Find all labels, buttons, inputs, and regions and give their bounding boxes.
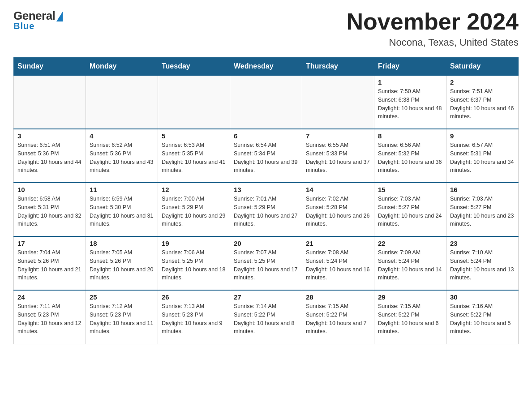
weekday-header-wednesday: Wednesday xyxy=(230,58,302,76)
title-area: November 2024 Nocona, Texas, United Stat… xyxy=(347,9,519,48)
calendar-cell xyxy=(302,75,374,129)
day-number: 27 xyxy=(234,293,298,301)
day-number: 9 xyxy=(450,132,515,140)
calendar-cell xyxy=(14,75,86,129)
day-info: Sunrise: 6:53 AMSunset: 5:35 PMDaylight:… xyxy=(162,141,226,175)
calendar-cell xyxy=(230,75,302,129)
calendar: SundayMondayTuesdayWednesdayThursdayFrid… xyxy=(13,57,519,344)
day-number: 12 xyxy=(162,186,226,193)
day-info: Sunrise: 7:11 AMSunset: 5:23 PMDaylight:… xyxy=(17,302,82,336)
day-number: 25 xyxy=(90,293,154,301)
day-info: Sunrise: 7:05 AMSunset: 5:26 PMDaylight:… xyxy=(90,248,154,282)
calendar-cell: 15Sunrise: 7:03 AMSunset: 5:27 PMDayligh… xyxy=(374,183,446,236)
calendar-cell: 16Sunrise: 7:03 AMSunset: 5:27 PMDayligh… xyxy=(446,183,519,236)
day-info: Sunrise: 6:56 AMSunset: 5:32 PMDaylight:… xyxy=(378,141,442,175)
day-info: Sunrise: 7:10 AMSunset: 5:24 PMDaylight:… xyxy=(450,248,515,282)
calendar-cell: 1Sunrise: 7:50 AMSunset: 6:38 PMDaylight… xyxy=(374,75,446,129)
day-number: 19 xyxy=(162,240,226,247)
day-number: 17 xyxy=(17,240,82,247)
calendar-cell: 10Sunrise: 6:58 AMSunset: 5:31 PMDayligh… xyxy=(14,183,86,236)
calendar-week-row: 17Sunrise: 7:04 AMSunset: 5:26 PMDayligh… xyxy=(14,236,519,290)
day-info: Sunrise: 6:54 AMSunset: 5:34 PMDaylight:… xyxy=(234,141,298,175)
month-title: November 2024 xyxy=(347,9,519,34)
calendar-cell: 14Sunrise: 7:02 AMSunset: 5:28 PMDayligh… xyxy=(302,183,374,236)
calendar-cell: 4Sunrise: 6:52 AMSunset: 5:36 PMDaylight… xyxy=(86,129,158,183)
calendar-cell: 12Sunrise: 7:00 AMSunset: 5:29 PMDayligh… xyxy=(158,183,230,236)
calendar-cell: 9Sunrise: 6:57 AMSunset: 5:31 PMDaylight… xyxy=(446,129,519,183)
logo: General Blue xyxy=(13,9,63,31)
day-number: 15 xyxy=(378,186,442,193)
header: General Blue November 2024 Nocona, Texas… xyxy=(13,9,519,48)
day-info: Sunrise: 7:16 AMSunset: 5:22 PMDaylight:… xyxy=(450,302,515,336)
day-number: 28 xyxy=(306,293,370,301)
weekday-header-row: SundayMondayTuesdayWednesdayThursdayFrid… xyxy=(14,58,519,76)
calendar-cell: 5Sunrise: 6:53 AMSunset: 5:35 PMDaylight… xyxy=(158,129,230,183)
weekday-header-sunday: Sunday xyxy=(14,58,86,76)
day-number: 4 xyxy=(90,132,154,140)
calendar-cell xyxy=(86,75,158,129)
day-number: 14 xyxy=(306,186,370,193)
day-info: Sunrise: 7:13 AMSunset: 5:23 PMDaylight:… xyxy=(162,302,226,336)
weekday-header-friday: Friday xyxy=(374,58,446,76)
day-info: Sunrise: 7:15 AMSunset: 5:22 PMDaylight:… xyxy=(306,302,370,336)
day-info: Sunrise: 7:14 AMSunset: 5:22 PMDaylight:… xyxy=(234,302,298,336)
day-info: Sunrise: 6:57 AMSunset: 5:31 PMDaylight:… xyxy=(450,141,515,175)
day-info: Sunrise: 7:50 AMSunset: 6:38 PMDaylight:… xyxy=(378,87,442,121)
calendar-cell: 29Sunrise: 7:15 AMSunset: 5:22 PMDayligh… xyxy=(374,290,446,344)
day-number: 10 xyxy=(17,186,82,193)
day-number: 7 xyxy=(306,132,370,140)
day-info: Sunrise: 7:07 AMSunset: 5:25 PMDaylight:… xyxy=(234,248,298,282)
calendar-week-row: 1Sunrise: 7:50 AMSunset: 6:38 PMDaylight… xyxy=(14,75,519,129)
day-number: 29 xyxy=(378,293,442,301)
day-info: Sunrise: 7:03 AMSunset: 5:27 PMDaylight:… xyxy=(450,195,515,228)
logo-triangle-icon xyxy=(56,12,63,21)
logo-blue-text: Blue xyxy=(13,21,34,31)
weekday-header-saturday: Saturday xyxy=(446,58,519,76)
calendar-cell: 17Sunrise: 7:04 AMSunset: 5:26 PMDayligh… xyxy=(14,236,86,290)
calendar-cell: 20Sunrise: 7:07 AMSunset: 5:25 PMDayligh… xyxy=(230,236,302,290)
day-info: Sunrise: 7:01 AMSunset: 5:29 PMDaylight:… xyxy=(234,195,298,228)
day-number: 18 xyxy=(90,240,154,247)
day-info: Sunrise: 7:15 AMSunset: 5:22 PMDaylight:… xyxy=(378,302,442,336)
location-title: Nocona, Texas, United States xyxy=(347,37,519,48)
day-number: 21 xyxy=(306,240,370,247)
calendar-cell: 11Sunrise: 6:59 AMSunset: 5:30 PMDayligh… xyxy=(86,183,158,236)
day-info: Sunrise: 7:03 AMSunset: 5:27 PMDaylight:… xyxy=(378,195,442,228)
calendar-week-row: 3Sunrise: 6:51 AMSunset: 5:36 PMDaylight… xyxy=(14,129,519,183)
day-number: 20 xyxy=(234,240,298,247)
day-number: 1 xyxy=(378,78,442,86)
day-info: Sunrise: 7:51 AMSunset: 6:37 PMDaylight:… xyxy=(450,87,515,121)
day-info: Sunrise: 6:59 AMSunset: 5:30 PMDaylight:… xyxy=(90,195,154,228)
day-number: 11 xyxy=(90,186,154,193)
day-number: 5 xyxy=(162,132,226,140)
calendar-cell: 26Sunrise: 7:13 AMSunset: 5:23 PMDayligh… xyxy=(158,290,230,344)
day-number: 2 xyxy=(450,78,515,86)
calendar-cell: 7Sunrise: 6:55 AMSunset: 5:33 PMDaylight… xyxy=(302,129,374,183)
day-info: Sunrise: 7:06 AMSunset: 5:25 PMDaylight:… xyxy=(162,248,226,282)
day-number: 6 xyxy=(234,132,298,140)
day-number: 13 xyxy=(234,186,298,193)
weekday-header-monday: Monday xyxy=(86,58,158,76)
day-info: Sunrise: 6:58 AMSunset: 5:31 PMDaylight:… xyxy=(17,195,82,228)
weekday-header-tuesday: Tuesday xyxy=(158,58,230,76)
day-info: Sunrise: 7:00 AMSunset: 5:29 PMDaylight:… xyxy=(162,195,226,228)
calendar-cell: 6Sunrise: 6:54 AMSunset: 5:34 PMDaylight… xyxy=(230,129,302,183)
day-info: Sunrise: 6:51 AMSunset: 5:36 PMDaylight:… xyxy=(17,141,82,175)
calendar-week-row: 10Sunrise: 6:58 AMSunset: 5:31 PMDayligh… xyxy=(14,183,519,236)
day-number: 30 xyxy=(450,293,515,301)
day-info: Sunrise: 7:02 AMSunset: 5:28 PMDaylight:… xyxy=(306,195,370,228)
calendar-cell: 28Sunrise: 7:15 AMSunset: 5:22 PMDayligh… xyxy=(302,290,374,344)
day-info: Sunrise: 7:08 AMSunset: 5:24 PMDaylight:… xyxy=(306,248,370,282)
day-info: Sunrise: 7:12 AMSunset: 5:23 PMDaylight:… xyxy=(90,302,154,336)
day-info: Sunrise: 7:04 AMSunset: 5:26 PMDaylight:… xyxy=(17,248,82,282)
calendar-cell: 2Sunrise: 7:51 AMSunset: 6:37 PMDaylight… xyxy=(446,75,519,129)
day-number: 16 xyxy=(450,186,515,193)
day-info: Sunrise: 6:52 AMSunset: 5:36 PMDaylight:… xyxy=(90,141,154,175)
calendar-cell: 24Sunrise: 7:11 AMSunset: 5:23 PMDayligh… xyxy=(14,290,86,344)
calendar-cell: 23Sunrise: 7:10 AMSunset: 5:24 PMDayligh… xyxy=(446,236,519,290)
calendar-cell: 13Sunrise: 7:01 AMSunset: 5:29 PMDayligh… xyxy=(230,183,302,236)
calendar-week-row: 24Sunrise: 7:11 AMSunset: 5:23 PMDayligh… xyxy=(14,290,519,344)
calendar-cell: 18Sunrise: 7:05 AMSunset: 5:26 PMDayligh… xyxy=(86,236,158,290)
calendar-cell: 3Sunrise: 6:51 AMSunset: 5:36 PMDaylight… xyxy=(14,129,86,183)
weekday-header-thursday: Thursday xyxy=(302,58,374,76)
